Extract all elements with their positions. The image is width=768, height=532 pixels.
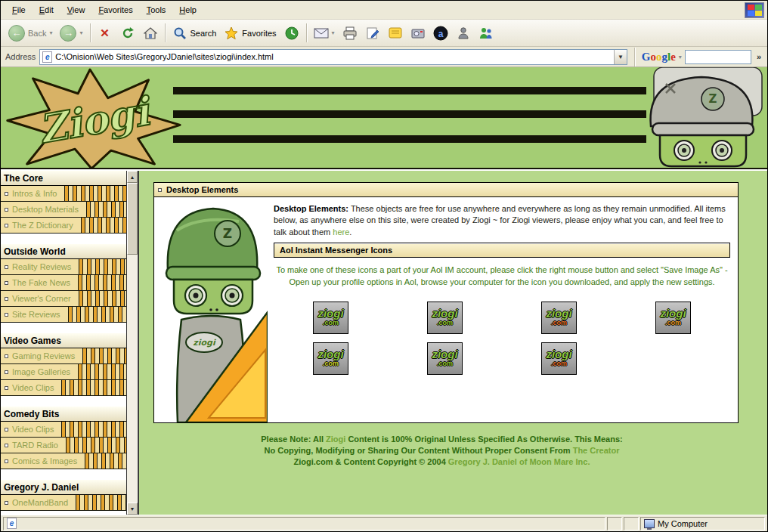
google-search-input[interactable] bbox=[685, 50, 751, 64]
back-icon: ← bbox=[8, 25, 25, 42]
aim-buddy-icon[interactable]: ziogi.com bbox=[655, 302, 691, 334]
menu-tools[interactable]: Tools bbox=[140, 2, 173, 17]
barcode-stripes bbox=[78, 275, 126, 290]
menu-view[interactable]: View bbox=[60, 2, 92, 17]
author-link[interactable]: Gregory J. Daniel of Moon Mare Inc. bbox=[448, 457, 590, 466]
scrollbar-track[interactable] bbox=[127, 255, 138, 503]
google-toolbar: Google ▾ bbox=[642, 50, 751, 64]
back-dropdown-icon[interactable]: ▾ bbox=[49, 29, 52, 36]
messenger-button[interactable] bbox=[475, 23, 497, 43]
sidebar-item-video-clips-comedy[interactable]: Video Clips bbox=[1, 422, 126, 438]
icon-sublabel: .com bbox=[323, 360, 339, 367]
section-divider bbox=[1, 396, 126, 407]
banner-stripe bbox=[173, 87, 646, 94]
back-button[interactable]: ← Back ▾ bbox=[5, 23, 56, 44]
nav-item-label: The Z Dictionary bbox=[12, 221, 73, 230]
icon-label: ziogi bbox=[432, 308, 457, 319]
sidebar-item-site-reviews[interactable]: Site Reviews bbox=[1, 307, 126, 323]
icon-label: ziogi bbox=[317, 349, 343, 360]
messenger-people-icon bbox=[478, 26, 494, 41]
nav-item-label: Reality Reviews bbox=[12, 262, 71, 271]
google-dropdown-icon[interactable]: ▾ bbox=[679, 54, 682, 60]
address-dropdown-button[interactable]: ▼ bbox=[614, 50, 627, 64]
stop-button[interactable]: ✕ bbox=[94, 23, 116, 43]
barcode-stripes bbox=[68, 307, 126, 322]
creator-link[interactable]: The Creator bbox=[573, 446, 620, 455]
sidebar-item-fake-news[interactable]: The Fake News bbox=[1, 275, 126, 291]
hat-patch-letter: Z bbox=[709, 92, 717, 106]
nav-item-label: Site Reviews bbox=[12, 310, 60, 319]
sidebar-item-tard-radio[interactable]: TARD Radio bbox=[1, 438, 126, 453]
google-letter: g bbox=[662, 51, 668, 63]
address-value[interactable]: C:\Onision\Web Sites\GregoryJDaniel\site… bbox=[55, 52, 273, 61]
search-button[interactable]: Search bbox=[169, 23, 221, 43]
scrollbar-thumb[interactable] bbox=[127, 183, 138, 255]
favorites-button[interactable]: Favorites bbox=[220, 23, 280, 43]
media-icon bbox=[410, 26, 426, 41]
barcode-stripes bbox=[81, 218, 126, 233]
print-icon bbox=[342, 26, 358, 41]
menu-edit[interactable]: Edit bbox=[33, 2, 60, 17]
mail-dropdown-icon[interactable]: ▾ bbox=[332, 29, 335, 36]
aim-button[interactable] bbox=[452, 23, 475, 43]
refresh-button[interactable] bbox=[116, 23, 139, 43]
forward-icon: → bbox=[60, 25, 76, 42]
sidebar-item-intros-info[interactable]: Intros & Info bbox=[1, 186, 126, 202]
nav-item-label: OneMandBand bbox=[12, 498, 68, 507]
sidebar-item-desktop-materials[interactable]: Desktop Materials bbox=[1, 202, 126, 218]
nav-section-header: Video Games bbox=[1, 333, 126, 348]
media-button[interactable] bbox=[407, 23, 429, 43]
edit-button[interactable] bbox=[361, 23, 384, 43]
forward-dropdown-icon[interactable]: ▾ bbox=[79, 29, 82, 36]
nav-item-label: Video Clips bbox=[12, 425, 54, 434]
toolbar-overflow-chevron[interactable]: » bbox=[755, 52, 763, 61]
menu-file[interactable]: File bbox=[5, 2, 33, 17]
toolbar-separator bbox=[634, 48, 635, 66]
barcode-stripes bbox=[66, 438, 126, 453]
aim-buddy-icon[interactable]: ziogi.com bbox=[541, 342, 577, 375]
here-link[interactable]: here bbox=[333, 227, 349, 237]
square-bullet-icon bbox=[5, 224, 8, 227]
sidebar-item-onemandband[interactable]: OneMandBand bbox=[1, 495, 126, 511]
nav-section-header: The Core bbox=[1, 171, 126, 186]
sidebar-item-image-galleries[interactable]: Image Galleries bbox=[1, 364, 126, 380]
history-button[interactable] bbox=[280, 23, 303, 43]
sidebar-item-comics-images[interactable]: Comics & Images bbox=[1, 453, 126, 469]
sidebar-item-viewers-corner[interactable]: Viewer's Corner bbox=[1, 291, 126, 307]
ziogi-logo[interactable]: Ziogi bbox=[5, 68, 183, 169]
intro-tail: . bbox=[349, 227, 351, 237]
sidebar-item-z-dictionary[interactable]: The Z Dictionary bbox=[1, 218, 126, 234]
scroll-down-button[interactable]: ▼ bbox=[127, 503, 138, 515]
sidebar-item-gaming-reviews[interactable]: Gaming Reviews bbox=[1, 348, 126, 364]
nav-section-header: Comedy Bits bbox=[1, 407, 126, 422]
barcode-stripes bbox=[61, 380, 126, 395]
mail-button[interactable]: ▾ bbox=[310, 23, 339, 43]
address-label: Address bbox=[5, 52, 36, 61]
aim-buddy-icon[interactable]: ziogi.com bbox=[427, 342, 463, 375]
nav-item-label: Comics & Images bbox=[12, 456, 77, 466]
aim-buddy-icon[interactable]: ziogi.com bbox=[313, 302, 348, 334]
ziogi-link[interactable]: Ziogi bbox=[326, 435, 345, 444]
aim-buddy-icon[interactable]: ziogi.com bbox=[541, 302, 577, 334]
square-bullet-icon bbox=[5, 428, 8, 431]
menu-favorites[interactable]: Favorites bbox=[91, 2, 139, 17]
footer-text: Ziogi.com & Content Copyright © 2004 bbox=[294, 457, 448, 466]
barcode-stripes bbox=[79, 259, 126, 274]
menu-help[interactable]: Help bbox=[172, 2, 203, 17]
discuss-button[interactable] bbox=[384, 23, 407, 43]
address-combobox[interactable]: e C:\Onision\Web Sites\GregoryJDaniel\si… bbox=[39, 49, 627, 65]
scroll-up-button[interactable]: ▲ bbox=[127, 171, 138, 183]
badge-text: ziogi bbox=[193, 338, 216, 348]
aol-button[interactable]: a bbox=[429, 23, 452, 43]
aim-buddy-icon[interactable]: ziogi.com bbox=[427, 302, 463, 334]
sidebar-item-video-clips-games[interactable]: Video Clips bbox=[1, 380, 126, 396]
print-button[interactable] bbox=[339, 23, 361, 43]
sidebar-item-reality-reviews[interactable]: Reality Reviews bbox=[1, 259, 126, 275]
mascot-banner-image: Z bbox=[636, 67, 763, 169]
forward-button[interactable]: → ▾ bbox=[56, 23, 86, 44]
barcode-stripes bbox=[85, 453, 126, 469]
aim-buddy-icon[interactable]: ziogi.com bbox=[313, 342, 348, 375]
mail-icon bbox=[314, 26, 329, 41]
home-button[interactable] bbox=[139, 23, 162, 43]
edit-icon bbox=[365, 26, 380, 41]
